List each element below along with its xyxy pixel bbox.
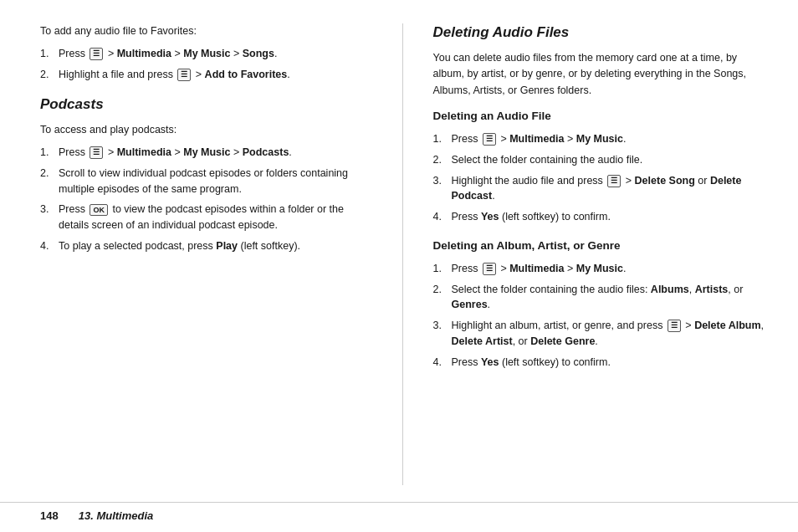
menu-icon: ☰ — [668, 320, 681, 332]
del-album-list: 1. Press ☰ > Multimedia > My Music. 2. S… — [433, 261, 765, 371]
menu-icon: ☰ — [90, 146, 103, 159]
podcasts-intro: To access and play podcasts: — [40, 122, 372, 138]
column-divider — [402, 23, 403, 485]
chapter-label: 13. Multimedia — [79, 509, 154, 522]
del-album-title: Deleting an Album, Artist, or Genre — [433, 238, 765, 254]
list-item: 1. Press ☰ > Multimedia > My Music. — [433, 131, 765, 147]
list-item: 3. Highlight an album, artist, or genre,… — [433, 318, 765, 350]
deleting-intro: You can delete audio files from the memo… — [433, 50, 765, 99]
podcasts-list: 1. Press ☰ > Multimedia > My Music > Pod… — [40, 145, 372, 254]
list-item: 1. Press ☰ > Multimedia > My Music > Pod… — [40, 145, 372, 161]
menu-icon: ☰ — [483, 133, 496, 146]
list-item: 4. Press Yes (left softkey) to confirm. — [433, 209, 765, 225]
left-column: To add any audio file to Favorites: 1. P… — [40, 23, 372, 485]
list-item: 1. Press ☰ > Multimedia > My Music. — [433, 261, 765, 277]
page-container: To add any audio file to Favorites: 1. P… — [0, 0, 798, 532]
list-item: 2. Select the folder containing the audi… — [433, 282, 765, 314]
del-audio-title: Deleting an Audio File — [433, 109, 765, 125]
content-area: To add any audio file to Favorites: 1. P… — [0, 0, 798, 502]
list-item: 1. Press ☰ > Multimedia > My Music > Son… — [40, 46, 372, 62]
right-column: Deleting Audio Files You can delete audi… — [433, 23, 765, 485]
menu-icon: ☰ — [90, 48, 103, 60]
list-item: 4. Press Yes (left softkey) to confirm. — [433, 355, 765, 371]
ok-icon: OK — [90, 204, 108, 217]
favorites-list: 1. Press ☰ > Multimedia > My Music > Son… — [40, 46, 372, 83]
menu-icon: ☰ — [483, 263, 496, 275]
list-item: 2. Highlight a file and press ☰ > Add to… — [40, 67, 372, 83]
deleting-title: Deleting Audio Files — [433, 23, 765, 42]
list-item: 2. Scroll to view individual podcast epi… — [40, 166, 372, 197]
list-item: 2. Select the folder containing the audi… — [433, 152, 765, 168]
menu-icon: ☰ — [177, 69, 191, 81]
podcasts-title: Podcasts — [40, 95, 372, 114]
list-item: 3. Highlight the audio file and press ☰ … — [433, 173, 765, 205]
intro-text: To add any audio file to Favorites: — [40, 23, 372, 39]
footer: 148 13. Multimedia — [0, 502, 798, 532]
menu-icon: ☰ — [607, 175, 621, 187]
page-number: 148 — [40, 509, 59, 522]
list-item: 3. Press OK to view the podcast episodes… — [40, 202, 372, 233]
list-item: 4. To play a selected podcast, press Pla… — [40, 238, 372, 254]
del-audio-list: 1. Press ☰ > Multimedia > My Music. 2. S… — [433, 131, 765, 225]
